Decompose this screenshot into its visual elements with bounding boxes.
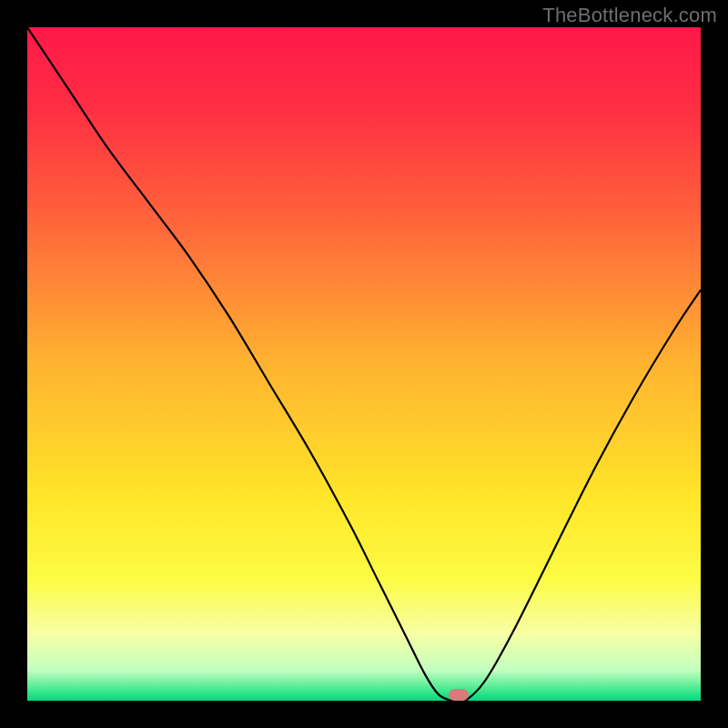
chart-frame: TheBottleneck.com — [0, 0, 728, 728]
optimal-marker — [449, 689, 469, 701]
bottleneck-chart — [27, 27, 701, 701]
gradient-background — [27, 27, 701, 701]
watermark-text: TheBottleneck.com — [542, 4, 717, 27]
